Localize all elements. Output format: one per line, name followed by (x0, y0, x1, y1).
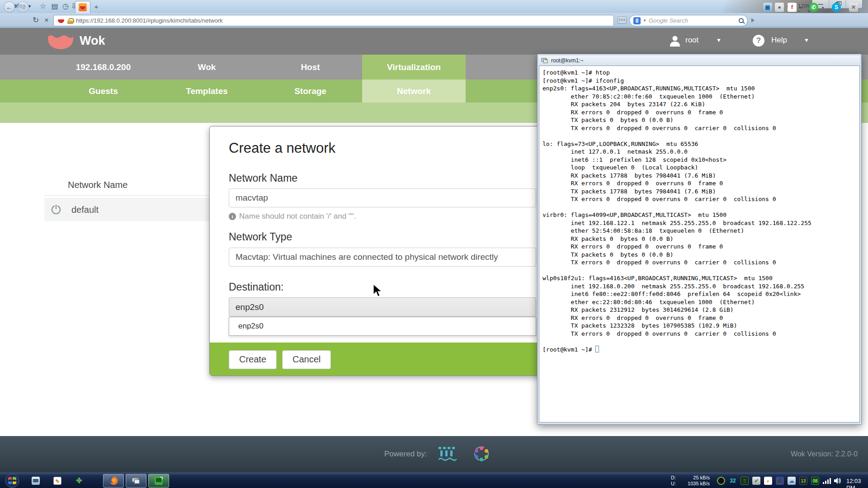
terminal-cursor (595, 346, 599, 352)
wok-header: Wok root ▼ ? Help ▼ (0, 28, 868, 55)
create-button[interactable]: Create (229, 350, 277, 369)
taskbar-clover-icon[interactable]: ✤ (75, 477, 83, 485)
chevron-down-icon[interactable]: ▼ (643, 19, 646, 23)
taskbar-recorder-button[interactable] (148, 474, 169, 488)
chevron-down-icon[interactable]: ▼ (804, 37, 809, 43)
forward-button[interactable]: → (17, 1, 28, 13)
net-speed-indicator: D:25 kB/s U:1035 kB/s (671, 475, 710, 487)
tab-virtualization[interactable]: Virtualization (362, 55, 466, 80)
tab-templates[interactable]: Templates (155, 80, 259, 103)
close-addon-icon[interactable]: ✕ (849, 3, 858, 12)
network-name-input[interactable]: macvtap (229, 188, 536, 207)
tray-32-badge[interactable]: 32 (729, 477, 737, 485)
search-input[interactable] (649, 17, 736, 24)
modal-footer: Create Cancel (210, 343, 553, 376)
tray-globe-icon[interactable]: ☁ (788, 477, 796, 485)
whatsapp-addon-icon[interactable]: ✆ (809, 3, 818, 12)
up-label: U: (671, 481, 676, 486)
tray-search-doc-icon[interactable]: ⌕ (764, 477, 772, 485)
search-engine-icon[interactable]: 8 (633, 17, 641, 24)
tray-08-badge[interactable]: 08 (811, 477, 819, 485)
putty-icon (541, 57, 548, 64)
tab-host-ip[interactable]: 192.168.0.200 (52, 55, 155, 80)
onscreen-keyboard-icon[interactable] (618, 17, 627, 23)
terminal-body[interactable]: [root@kvm1 ~]# htop [root@kvm1 ~]# ifcon… (539, 66, 860, 422)
image-addon-icon[interactable]: ▣ (763, 3, 772, 12)
bookmark-star-icon[interactable]: ☆ (38, 1, 48, 11)
destination-option[interactable]: enp2s0 (229, 317, 536, 335)
tab-guests[interactable]: Guests (52, 80, 155, 103)
tab-storage[interactable]: Storage (259, 80, 362, 103)
taskbar-keyboard-icon[interactable]: ⌨ (32, 477, 40, 485)
destination-select[interactable]: enp2s0 (229, 297, 536, 317)
network-type-select[interactable]: Macvtap: Virtual machines are connected … (229, 248, 536, 267)
powered-by-label: Powered by: (384, 450, 427, 459)
network-name-value: macvtap (236, 193, 268, 203)
person-addon-icon[interactable]: ● (775, 3, 784, 12)
reload-icon[interactable]: ↻ (33, 15, 39, 25)
browser-titlebar (0, 0, 868, 13)
firefox-icon (108, 476, 118, 486)
network-name-label: Network Name (229, 172, 297, 184)
hint-text: Name should not contain '/' and "". (239, 212, 356, 221)
tray-clock[interactable]: 12:03 PM (846, 478, 868, 488)
chevron-down-icon[interactable]: ▾ (799, 5, 802, 10)
tab-host[interactable]: Host (259, 55, 362, 80)
chevron-down-icon[interactable]: ▾ (822, 5, 824, 10)
taskbar-putty-button[interactable] (126, 474, 146, 488)
info-icon: i (229, 213, 236, 220)
volume-icon[interactable] (834, 477, 842, 484)
wok-footer: Powered by: Wok Version: 2.2.0-0 (0, 436, 868, 473)
back-button[interactable]: ← (4, 1, 15, 13)
destination-dropdown: enp2s0 (229, 317, 536, 336)
chevron-down-icon[interactable]: ▼ (716, 37, 722, 43)
flash-addon-icon[interactable]: f (788, 3, 797, 12)
taskbar-notepad-icon[interactable]: ✎ (53, 477, 61, 485)
down-value: 25 kB/s (693, 475, 710, 481)
screen: Firefox ▼ ☆ ▤ ◷ ⇩ + ▦ ▾ 120% − + — ✕ ← →… (0, 0, 868, 488)
tab-wok[interactable]: Wok (155, 55, 259, 80)
network-type-value: Macvtap: Virtual machines are connected … (236, 252, 498, 262)
create-network-modal: Create a network Network Name macvtap i … (209, 126, 553, 376)
destination-value: enp2s0 (236, 302, 264, 312)
network-name: default (71, 205, 99, 215)
wok-logo (47, 33, 74, 50)
user-icon[interactable] (669, 35, 681, 47)
down-label: D: (671, 475, 676, 480)
search-box[interactable]: 8 ▼ (629, 15, 748, 26)
skype-addon-icon[interactable]: S (832, 3, 841, 12)
clipboard-icon[interactable]: ▤ (50, 1, 60, 11)
up-value: 1035 kB/s (688, 481, 710, 487)
url-text[interactable]: https://192.168.0.200:8001/#plugins/kimc… (76, 17, 223, 24)
tray-13-badge[interactable]: 13 (799, 477, 807, 485)
search-icon[interactable] (739, 18, 744, 23)
powered-by-logo-1 (438, 446, 458, 461)
new-tab-button[interactable]: + (92, 3, 100, 11)
signal-bars-icon[interactable] (823, 478, 831, 484)
taskbar-firefox-button[interactable] (103, 474, 124, 488)
taskbar: ⌨ ✎ ✤ D:25 kB/s U:103 (0, 473, 868, 488)
help-icon[interactable]: ? (753, 35, 764, 47)
cancel-button[interactable]: Cancel (282, 350, 331, 369)
stop-icon[interactable]: × (44, 16, 49, 25)
putty-titlebar[interactable]: root@kvm1:~ (539, 56, 860, 66)
url-bar[interactable]: https://192.168.0.200:8001/#plugins/kimc… (53, 15, 614, 26)
start-button[interactable] (4, 474, 21, 488)
user-menu[interactable]: root (685, 36, 698, 45)
power-icon (51, 204, 61, 215)
help-menu[interactable]: Help (771, 36, 787, 45)
browser-tab-kimchi[interactable] (75, 1, 90, 13)
tray-gauge-icon[interactable] (717, 477, 725, 485)
destination-label: Destination: (229, 281, 283, 293)
speaker-icon[interactable] (751, 18, 755, 23)
putty-window[interactable]: root@kvm1:~ [root@kvm1 ~]# htop [root@kv… (537, 54, 862, 425)
ssl-lock-icon (67, 18, 73, 23)
tray-lock-icon[interactable]: ⬛ (776, 477, 784, 485)
tab-network[interactable]: Network (362, 80, 466, 103)
putty-icon (132, 477, 141, 485)
wok-version: Wok Version: 2.2.0-0 (791, 450, 858, 458)
tray-matrix-icon[interactable]: ▒ (741, 477, 749, 485)
site-favicon (57, 17, 65, 24)
network-list-header: Network Name (68, 180, 127, 190)
tray-usb-icon[interactable]: ✔ (752, 477, 760, 485)
